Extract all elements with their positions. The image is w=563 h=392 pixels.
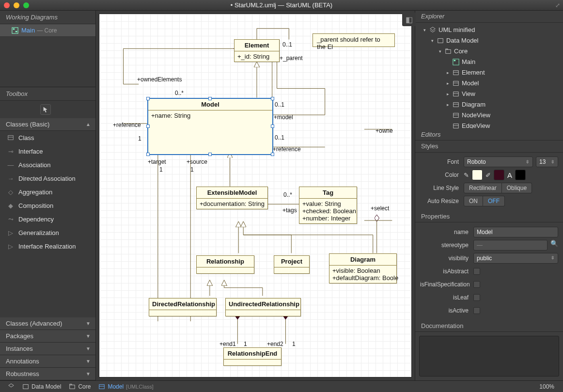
working-diagram-name: Main <box>21 27 35 34</box>
svg-rect-2 <box>16 31 17 32</box>
documentation-textarea[interactable] <box>419 336 559 376</box>
conn-label: 1 <box>244 341 247 347</box>
realization-icon: ▷ <box>7 242 15 250</box>
uml-class-extensible-model[interactable]: ExtensibleModel +documentation: String <box>196 187 268 209</box>
conn-label: 1 <box>138 135 141 142</box>
prop-isabstract-checkbox[interactable] <box>473 268 480 275</box>
toolbox-section-classes-advanced[interactable]: Classes (Advanced)▼ <box>0 317 95 330</box>
text-color-A-icon: A <box>507 171 512 179</box>
prop-stereotype-label: stereotype <box>420 242 473 249</box>
class-icon <box>453 80 459 87</box>
class-icon <box>7 134 15 141</box>
conn-label: 0..* <box>283 191 292 198</box>
toolbox-section-packages[interactable]: Packages▼ <box>0 330 95 343</box>
diagram-canvas[interactable]: _parent should refer to the El Element +… <box>99 14 412 377</box>
pencil-icon[interactable]: ✐ <box>485 172 491 179</box>
conn-label: +end1 <box>219 341 236 347</box>
association-icon: — <box>7 161 15 169</box>
search-icon[interactable]: 🔍 <box>550 240 558 251</box>
line-style-oblique[interactable]: Oblique <box>502 183 532 193</box>
auto-resize-on[interactable]: ON <box>464 196 483 206</box>
tool-interface[interactable]: ⊸Interface <box>0 144 95 158</box>
tool-dependency[interactable]: ⤳Dependency <box>0 212 95 226</box>
uml-class-relationship[interactable]: Relationship <box>196 255 254 274</box>
styles-header: Styles <box>415 141 563 153</box>
svg-rect-20 <box>23 384 29 389</box>
line-color-swatch[interactable] <box>494 170 504 180</box>
breadcrumb-data-model[interactable]: Data Model <box>18 383 65 390</box>
minimap-toggle[interactable]: ◧ <box>402 13 416 26</box>
prop-visibility-select[interactable]: public⇳ <box>473 253 558 264</box>
breadcrumb-core[interactable]: Core <box>65 383 94 390</box>
uml-class-diagram[interactable]: Diagram +visible: Boolean +defaultDiagra… <box>329 253 397 283</box>
class-icon <box>453 69 459 76</box>
interface-icon: ⊸ <box>7 147 15 155</box>
conn-label: +ownedElements <box>137 76 182 83</box>
toolbox-section-classes-basic[interactable]: Classes (Basic) ▲ <box>0 118 95 131</box>
uml-note[interactable]: _parent should refer to the El <box>313 33 395 47</box>
tool-directed-association[interactable]: →Directed Association <box>0 172 95 185</box>
dependency-icon: ⤳ <box>7 215 15 223</box>
zoom-level[interactable]: 100% <box>539 383 559 390</box>
prop-stereotype-input[interactable]: — <box>473 240 547 251</box>
model-icon <box>437 37 444 44</box>
tool-association[interactable]: —Association <box>0 158 95 172</box>
fullscreen-icon[interactable]: ⤢ <box>555 2 560 9</box>
tool-aggregation[interactable]: ◇Aggregation <box>0 185 95 199</box>
prop-name-label: name <box>420 229 473 235</box>
documentation-header: Documentation <box>415 320 563 332</box>
prop-isactive-label: isActive <box>420 307 473 314</box>
line-style-label: Line Style <box>420 185 464 191</box>
chevron-down-icon: ▼ <box>86 333 91 339</box>
chevron-down-icon: ▼ <box>86 359 91 364</box>
toolbox-section-robustness[interactable]: Robustness▼ <box>0 368 95 380</box>
svg-rect-5 <box>438 38 443 43</box>
working-diagram-item[interactable]: Main — Core <box>0 24 95 37</box>
toolbox-section-annotations[interactable]: Annotations▼ <box>0 355 95 368</box>
chevron-down-icon: ▼ <box>86 346 91 351</box>
auto-resize-label: Auto Resize <box>420 198 464 204</box>
uml-class-undirected-relationship[interactable]: UndirectedRelationship <box>225 298 301 316</box>
uml-class-tag[interactable]: Tag +value: String +checked: Boolean +nu… <box>299 187 357 224</box>
conn-label: +tags <box>282 207 297 214</box>
toolbox-section-instances[interactable]: Instances▼ <box>0 343 95 355</box>
project-icon <box>429 27 436 33</box>
uml-class-model[interactable]: Model +name: String <box>148 98 273 155</box>
prop-isactive-checkbox[interactable] <box>473 307 480 314</box>
line-style-rectilinear[interactable]: Rectilinear <box>464 183 502 193</box>
conn-label: +reference <box>113 122 141 128</box>
prop-isfinal-checkbox[interactable] <box>473 281 480 288</box>
tool-class[interactable]: Class <box>0 131 95 144</box>
font-size-select[interactable]: 13⇳ <box>536 157 558 167</box>
package-icon <box>445 48 452 55</box>
tool-composition[interactable]: ◆Composition <box>0 199 95 212</box>
uml-class-element[interactable]: Element +_id: String <box>234 39 280 62</box>
eyedropper-icon[interactable]: ✎ <box>464 172 469 179</box>
breadcrumb-model[interactable]: Model[UMLClass] <box>94 383 157 390</box>
uml-class-relationship-end[interactable]: RelationshipEnd <box>223 347 282 366</box>
uml-class-directed-relationship[interactable]: DirectedRelationship <box>149 298 217 316</box>
breadcrumb-root[interactable] <box>4 383 18 390</box>
conn-label: +model <box>274 114 293 121</box>
chevron-updown-icon: ⇳ <box>551 160 555 164</box>
prop-isleaf-checkbox[interactable] <box>473 294 480 301</box>
tool-interface-realization[interactable]: ▷Interface Realization <box>0 239 95 253</box>
tool-generalization[interactable]: ▷Generalization <box>0 226 95 239</box>
auto-resize-off[interactable]: OFF <box>483 196 505 206</box>
conn-label: +select <box>371 205 389 212</box>
chevron-updown-icon: ⇳ <box>526 160 530 164</box>
font-label: Font <box>420 158 464 165</box>
prop-name-input[interactable]: Model <box>473 227 558 237</box>
working-diagrams-header: Working Diagrams <box>0 11 95 24</box>
status-bar: Data Model Core Model[UMLClass] 100% <box>0 380 563 392</box>
explorer-tree[interactable]: ▾UML minified ▾Data Model ▾Core Main ▸El… <box>415 23 563 129</box>
chevron-up-icon: ▲ <box>86 122 91 127</box>
uml-class-project[interactable]: Project <box>274 255 310 274</box>
selection-tool[interactable] <box>40 104 51 115</box>
svg-rect-12 <box>454 92 459 96</box>
fill-color-swatch[interactable] <box>472 170 483 180</box>
font-family-select[interactable]: Roboto⇳ <box>464 157 533 167</box>
model-icon <box>22 383 29 390</box>
text-color-swatch[interactable] <box>515 170 526 180</box>
svg-rect-16 <box>454 113 459 117</box>
